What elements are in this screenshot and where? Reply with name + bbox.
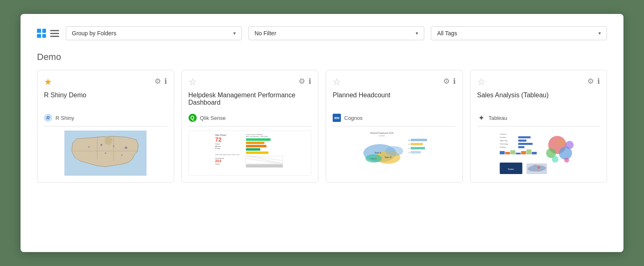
svg-text:Team C: Team C <box>371 158 377 160</box>
svg-text:A: A <box>409 139 410 141</box>
svg-rect-40 <box>411 139 427 141</box>
svg-rect-62 <box>526 149 531 154</box>
info-icon[interactable]: ℹ <box>453 77 456 86</box>
svg-text:Cases: Cases <box>215 143 219 145</box>
svg-text:Technology: Technology <box>499 143 508 145</box>
svg-rect-57 <box>499 151 504 154</box>
svg-point-69 <box>552 156 558 163</box>
info-icon[interactable]: ℹ <box>308 77 311 86</box>
card-thumbnail: High Priority Cases open in Backlog Avg … <box>189 131 312 176</box>
card-planned-headcount: ☆ ⚙ ℹ Planned Headcount IBM Cognos Plann… <box>326 70 463 183</box>
svg-text:Sales: Sales <box>508 168 514 170</box>
tags-label: All Tags <box>437 30 457 37</box>
card-provider: Q Qlik Sense <box>189 114 312 126</box>
svg-point-5 <box>100 144 102 146</box>
card-title: Sales Analysis (Tableau) <box>477 92 600 110</box>
svg-rect-19 <box>246 145 266 147</box>
card-sales-analysis: ☆ ⚙ ℹ Sales Analysis (Tableau) ✦ Tableau… <box>470 70 607 183</box>
card-title: Planned Headcount <box>333 92 456 110</box>
star-button[interactable]: ★ <box>44 77 52 87</box>
svg-text:Category: Category <box>499 133 506 135</box>
toolbar: Group by Folders ▾ No Filter ▾ All Tags … <box>37 26 607 40</box>
card-provider: IBM Cognos <box>333 114 456 126</box>
card-actions: ⚙ ℹ <box>299 77 311 86</box>
provider-name: Cognos <box>344 115 363 121</box>
svg-rect-60 <box>515 153 520 154</box>
main-window: Group by Folders ▾ No Filter ▾ All Tags … <box>21 14 623 252</box>
svg-text:Office Sup.: Office Sup. <box>499 140 508 142</box>
svg-point-9 <box>105 152 106 154</box>
provider-name: Tableau <box>489 115 508 121</box>
gear-icon[interactable]: ⚙ <box>443 77 450 86</box>
info-icon[interactable]: ℹ <box>597 77 600 86</box>
cards-grid: ★ ⚙ ℹ R Shiny Demo R R Shiny <box>37 70 607 183</box>
tags-dropdown[interactable]: All Tags ▾ <box>431 26 607 40</box>
star-button[interactable]: ☆ <box>333 77 341 87</box>
group-by-label: Group by Folders <box>72 30 116 37</box>
svg-text:203: 203 <box>215 159 221 163</box>
group-by-chevron: ▾ <box>233 30 236 36</box>
svg-rect-43 <box>411 151 421 154</box>
svg-point-74 <box>537 166 540 169</box>
svg-text:Cases: Cases <box>215 163 219 165</box>
card-rshiny-demo: ★ ⚙ ℹ R Shiny Demo R R Shiny <box>37 70 174 183</box>
svg-rect-18 <box>246 142 264 144</box>
svg-point-67 <box>558 140 564 146</box>
card-title: R Shiny Demo <box>44 92 167 110</box>
svg-text:Data Submitted Cases Over Time: Data Submitted Cases Over Time <box>215 154 239 156</box>
svg-text:D: D <box>409 151 410 154</box>
card-header: ☆ ⚙ ℹ <box>477 77 600 87</box>
svg-rect-56 <box>518 146 524 148</box>
svg-rect-63 <box>531 152 536 154</box>
svg-rect-61 <box>521 151 526 154</box>
svg-rect-59 <box>510 150 515 154</box>
filter-dropdown[interactable]: No Filter ▾ <box>248 26 425 40</box>
provider-name: Qlik Sense <box>200 115 226 121</box>
tableau-thumbnail: Category Furniture Office Sup. Technolog… <box>477 131 600 176</box>
filter-label: No Filter <box>255 30 276 37</box>
card-thumbnail: Category Furniture Office Sup. Technolog… <box>477 131 600 176</box>
svg-rect-53 <box>518 136 530 138</box>
star-button[interactable]: ☆ <box>189 77 197 87</box>
star-button[interactable]: ☆ <box>477 77 485 87</box>
card-thumbnail <box>44 131 167 176</box>
svg-point-6 <box>113 145 115 147</box>
gear-icon[interactable]: ⚙ <box>154 77 161 86</box>
svg-text:C: C <box>409 147 410 149</box>
filter-chevron: ▾ <box>416 30 418 36</box>
card-header: ☆ ⚙ ℹ <box>189 77 312 87</box>
svg-rect-30 <box>246 164 283 167</box>
svg-point-36 <box>385 146 403 156</box>
svg-rect-58 <box>505 152 510 154</box>
card-header: ☆ ⚙ ℹ <box>333 77 456 87</box>
card-actions: ⚙ ℹ <box>154 77 167 86</box>
list-view-icon[interactable] <box>50 30 59 37</box>
svg-text:Clothing: Clothing <box>499 146 506 148</box>
card-provider: ✦ Tableau <box>477 114 600 126</box>
svg-text:Team A: Team A <box>374 151 381 154</box>
card-thumbnail: Planned Headcount 2018 by Team Team A <box>333 131 456 176</box>
view-toggle-group <box>37 29 59 38</box>
provider-logo: ✦ <box>477 114 485 122</box>
grid-view-icon[interactable] <box>37 29 46 38</box>
card-helpdesk: ☆ ⚙ ℹ Helpdesk Management Performance Da… <box>182 70 319 183</box>
gear-icon[interactable]: ⚙ <box>587 77 594 86</box>
svg-rect-54 <box>518 140 526 142</box>
svg-point-70 <box>564 158 569 163</box>
info-icon[interactable]: ℹ <box>164 77 167 86</box>
group-by-dropdown[interactable]: Group by Folders ▾ <box>66 26 242 40</box>
gear-icon[interactable]: ⚙ <box>299 77 305 86</box>
svg-text:72: 72 <box>215 136 221 143</box>
svg-text:Furniture: Furniture <box>499 136 506 138</box>
provider-logo: Q <box>189 114 197 122</box>
svg-point-4 <box>88 146 90 148</box>
svg-rect-20 <box>246 148 260 151</box>
svg-point-8 <box>121 154 123 156</box>
card-actions: ⚙ ℹ <box>587 77 600 86</box>
svg-point-7 <box>125 147 127 149</box>
svg-rect-42 <box>411 147 425 149</box>
provider-logo: IBM <box>333 114 341 122</box>
cognos-thumbnail: Planned Headcount 2018 by Team Team A <box>333 131 456 176</box>
provider-logo: R <box>44 114 52 122</box>
card-title: Helpdesk Management Performance Dashboar… <box>189 92 312 110</box>
